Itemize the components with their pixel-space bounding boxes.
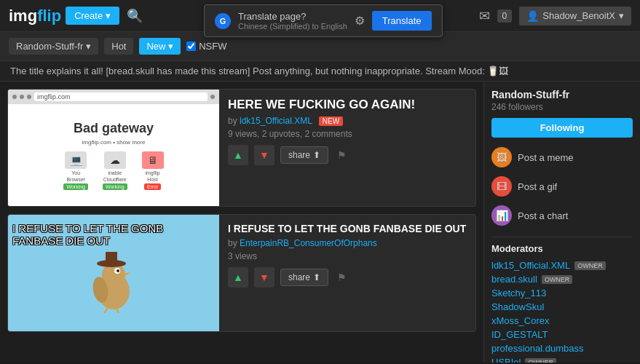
user-menu-button[interactable]: 👤 Shadow_BenoitX ▾	[519, 7, 631, 25]
post-title: HERE WE FUCKING GO AGAIN!	[228, 97, 467, 113]
share-label-2: share	[288, 272, 310, 282]
flag-button-2[interactable]: ⚑	[334, 269, 349, 286]
mod-role-1: OWNER	[542, 275, 573, 284]
stream-description: The title explains it all! [bread.skull …	[0, 61, 640, 82]
bird-shape	[81, 248, 146, 313]
translate-button[interactable]: Translate	[372, 11, 432, 31]
browser-menu	[210, 95, 215, 99]
cloudflare-label: inable	[108, 170, 122, 175]
post-meme-button[interactable]: 🖼 Post a meme	[491, 145, 633, 170]
share-label: share	[288, 150, 310, 160]
browser-bar: imgflip.com	[8, 90, 219, 104]
sidebar-divider	[491, 237, 633, 237]
mod-link-5[interactable]: ID_GESTALT	[491, 329, 548, 340]
share-icon: ⬆	[313, 150, 320, 160]
mod-link-1[interactable]: bread.skull	[491, 274, 537, 285]
share-button-2[interactable]: share ⬆	[280, 269, 328, 286]
tab-new-arrow-icon: ▾	[168, 41, 173, 52]
create-arrow-icon: ▾	[106, 10, 111, 21]
bad-gateway-title: Bad gateway	[74, 121, 154, 136]
browser-dot-2	[20, 95, 24, 99]
svg-line-8	[104, 307, 108, 313]
following-button[interactable]: Following	[491, 118, 633, 138]
share-icon-2: ⬆	[313, 272, 320, 282]
cloudflare-icon: ☁	[104, 151, 126, 169]
bad-gateway-icons: 💻 You Browser Working ☁ inable Cloudflar…	[63, 151, 163, 190]
host-status: Error	[144, 183, 162, 190]
browser-url-bar: imgflip.com	[34, 92, 208, 101]
mail-icon[interactable]: ✉	[479, 8, 490, 24]
host-sublabel: Host	[147, 177, 157, 182]
create-label: Create	[74, 10, 103, 21]
translate-gear-icon[interactable]: ⚙	[355, 14, 365, 28]
share-button[interactable]: share ⬆	[280, 146, 328, 164]
mod-link-6[interactable]: professional.dumbass	[491, 343, 583, 354]
flag-button[interactable]: ⚑	[334, 146, 349, 164]
upvote-button-2[interactable]: ▲	[228, 267, 248, 288]
post-stats-2: 3 views	[228, 251, 467, 261]
mod-link-0[interactable]: ldk15_Official.XML	[491, 260, 570, 271]
stream-arrow-icon: ▾	[86, 41, 91, 52]
translate-subtitle: Chinese (Simplified) to English	[238, 22, 347, 31]
post-meta-2: by EnterpainRB_ConsumerOfOrphans	[228, 238, 467, 248]
mod-link-2[interactable]: Sketchy_113	[491, 288, 546, 298]
browser-sublabel: Browser	[66, 177, 85, 182]
post-chart-button[interactable]: 📊 Post a chart	[491, 203, 633, 228]
list-item: Sketchy_113	[491, 286, 633, 300]
post-title-2: I REFUSE TO LET THE GONB FANBASE DIE OUT	[228, 222, 467, 235]
list-item: USBIol OWNER	[491, 355, 633, 363]
tab-hot[interactable]: Hot	[104, 38, 133, 55]
host-label: imgflip	[145, 170, 159, 175]
stream-name: Random-Stuff-fr	[16, 41, 83, 52]
browser-body: Bad gateway imgflip.com • show more 💻 Yo…	[8, 104, 219, 206]
stream-selector[interactable]: Random-Stuff-fr ▾	[9, 38, 98, 55]
notification-badge[interactable]: 0	[497, 9, 513, 23]
bird-meme-image: I REFUSE TO LET THE GONB FANBASE DIE OUT	[8, 215, 219, 331]
bad-gw-host: 🖥 imgflip Host Error	[142, 151, 164, 190]
username-label: Shadow_BenoitX	[542, 10, 615, 21]
post-meme-icon: 🖼	[491, 147, 512, 167]
upvote-button[interactable]: ▲	[228, 145, 248, 165]
tab-new[interactable]: New ▾	[139, 38, 181, 55]
translate-bar: G Translate page? Chinese (Simplified) t…	[204, 4, 443, 37]
svg-point-3	[116, 269, 119, 272]
post-info-2: I REFUSE TO LET THE GONB FANBASE DIE OUT…	[219, 215, 475, 331]
bad-gateway-screenshot: imgflip.com Bad gateway imgflip.com • sh…	[8, 90, 219, 206]
post-thumbnail-2: I REFUSE TO LET THE GONB FANBASE DIE OUT	[8, 215, 219, 331]
mod-link-4[interactable]: xMoss_Corex	[491, 315, 549, 326]
mod-link-3[interactable]: ShadowSkul	[491, 301, 544, 312]
post-gif-button[interactable]: 🎞 Post a gif	[491, 174, 633, 199]
post-meta: by ldk15_Official.XML NEW	[228, 116, 467, 126]
mod-role-7: OWNER	[525, 358, 556, 363]
post-thumbnail: imgflip.com Bad gateway imgflip.com • sh…	[8, 90, 219, 206]
nsfw-checkbox[interactable]	[186, 41, 196, 51]
new-badge: NEW	[319, 116, 343, 126]
bad-gw-you: 💻 You Browser Working	[63, 151, 88, 190]
main-content: imgflip.com Bad gateway imgflip.com • sh…	[0, 82, 640, 363]
list-item: ID_GESTALT	[491, 328, 633, 341]
mod-role-0: OWNER	[574, 261, 606, 270]
sidebar-followers: 246 followers	[491, 102, 633, 112]
user-avatar-icon: 👤	[526, 10, 539, 22]
create-button[interactable]: Create ▾	[66, 7, 119, 25]
downvote-button[interactable]: ▼	[254, 145, 274, 165]
post-actions-2: ▲ ▼ share ⬆ ⚑	[228, 267, 467, 288]
post-author-link[interactable]: ldk15_Official.XML	[240, 116, 312, 126]
mod-link-7[interactable]: USBIol	[491, 357, 521, 363]
svg-rect-6	[106, 252, 117, 264]
host-icon: 🖥	[142, 151, 164, 169]
downvote-button-2[interactable]: ▼	[254, 267, 274, 288]
you-label: You	[71, 170, 80, 175]
post-gif-label: Post a gif	[518, 181, 557, 192]
list-item: ldk15_Official.XML OWNER	[491, 258, 633, 272]
nsfw-toggle[interactable]: NSFW	[186, 41, 226, 52]
feed: imgflip.com Bad gateway imgflip.com • sh…	[0, 82, 483, 363]
you-status: Working	[63, 183, 88, 190]
search-icon[interactable]: 🔍	[127, 8, 143, 24]
browser-dot-3	[27, 95, 31, 99]
logo: imgflip	[9, 7, 61, 25]
list-item: professional.dumbass	[491, 341, 633, 355]
list-item: bread.skull OWNER	[491, 272, 633, 286]
post-author-link-2[interactable]: EnterpainRB_ConsumerOfOrphans	[240, 238, 377, 248]
post-actions: ▲ ▼ share ⬆ ⚑	[228, 145, 467, 165]
